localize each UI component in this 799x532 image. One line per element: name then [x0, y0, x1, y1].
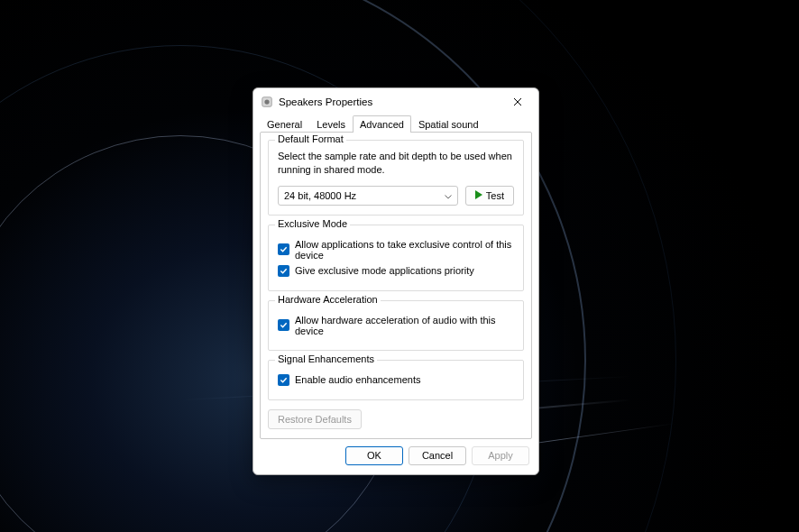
group-hardware-acceleration: Hardware Acceleration Allow hardware acc…: [268, 300, 524, 351]
tab-panel-advanced: Default Format Select the sample rate an…: [260, 132, 532, 439]
play-icon: [475, 190, 482, 201]
dialog-footer: OK Cancel Apply: [253, 439, 538, 474]
default-format-desc: Select the sample rate and bit depth to …: [278, 150, 514, 177]
tab-levels[interactable]: Levels: [309, 115, 353, 133]
ok-button[interactable]: OK: [345, 446, 403, 465]
group-default-format: Default Format Select the sample rate an…: [268, 140, 524, 216]
restore-defaults-button[interactable]: Restore Defaults: [268, 409, 362, 429]
close-button[interactable]: [504, 93, 531, 111]
tab-general[interactable]: General: [260, 115, 309, 133]
test-button-label: Test: [486, 190, 504, 201]
speakers-properties-dialog: Speakers Properties General Levels Advan…: [253, 87, 539, 475]
tab-advanced[interactable]: Advanced: [353, 115, 411, 133]
cancel-button[interactable]: Cancel: [409, 446, 466, 465]
speaker-icon: [261, 96, 273, 108]
sample-rate-select[interactable]: 24 bit, 48000 Hz: [278, 186, 458, 206]
checkbox-label: Enable audio enhancements: [295, 374, 420, 385]
checkbox-exclusive-control[interactable]: [278, 243, 289, 255]
svg-point-1: [264, 99, 269, 104]
group-signal-enhancements: Signal Enhancements Enable audio enhance…: [268, 360, 524, 400]
checkbox-hardware-accel[interactable]: [278, 319, 289, 331]
checkbox-audio-enhancements[interactable]: [278, 374, 289, 386]
chevron-down-icon: [445, 190, 452, 201]
tab-spatial-sound[interactable]: Spatial sound: [411, 115, 486, 133]
tab-strip: General Levels Advanced Spatial sound: [253, 115, 538, 132]
titlebar: Speakers Properties: [253, 88, 538, 115]
group-legend: Default Format: [275, 133, 346, 144]
apply-button[interactable]: Apply: [472, 446, 529, 465]
group-legend: Signal Enhancements: [275, 353, 377, 364]
dialog-title: Speakers Properties: [279, 96, 504, 107]
checkbox-exclusive-priority[interactable]: [278, 265, 289, 277]
test-button[interactable]: Test: [465, 186, 514, 206]
checkbox-label: Allow applications to take exclusive con…: [295, 239, 514, 261]
group-exclusive-mode: Exclusive Mode Allow applications to tak…: [268, 225, 524, 291]
sample-rate-value: 24 bit, 48000 Hz: [284, 190, 356, 201]
group-legend: Hardware Acceleration: [275, 294, 381, 305]
group-legend: Exclusive Mode: [275, 218, 350, 229]
checkbox-label: Give exclusive mode applications priorit…: [295, 265, 474, 276]
checkbox-label: Allow hardware acceleration of audio wit…: [295, 315, 514, 336]
